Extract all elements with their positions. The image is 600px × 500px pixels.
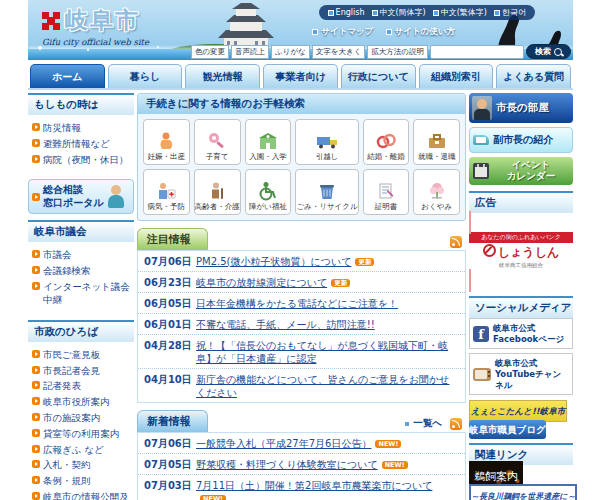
featured-item: 06月05日 日本年金機構をかたる電話などにご注意を！ [138, 293, 465, 314]
tab-living[interactable]: 暮らし [108, 64, 183, 88]
emergency-section-title: もしもの時は [28, 93, 134, 115]
arrow-bullet-icon [32, 397, 40, 405]
item-link[interactable]: 岐阜市の放射線測定について [196, 277, 327, 288]
news-item: 07月05日 野菜収穫・料理づくり体験教室についてNEW! [138, 454, 465, 475]
featured-item: 04月10日 新庁舎の機能などについて、皆さんのご意見をお聞かせください [138, 369, 465, 402]
language-bar: English 中文(簡体字) 中文(繁体字) 한국어 [319, 5, 535, 20]
tab-business[interactable]: 事業者向け [263, 64, 338, 88]
sidebar-link[interactable]: 市民ご意見板 [32, 349, 132, 362]
arrow-bullet-icon [32, 366, 40, 374]
site-header: 岐阜市 Gifu city official web site English … [28, 0, 573, 60]
new-badge: NEW! [382, 461, 408, 469]
tile-elderly-care[interactable]: 高齢者・介護 [194, 169, 241, 215]
tile-certificate[interactable]: 証明書 [363, 169, 410, 215]
quick-search-title: 手続きに関する情報のお手軽検索 [138, 94, 465, 114]
consultation-portal-banner[interactable]: 総合相談窓口ポータル [28, 179, 134, 214]
color-change-button[interactable]: 色の変更 [191, 45, 229, 59]
sitemap-link[interactable]: サイトマップ [312, 26, 373, 38]
lang-chinese-traditional[interactable]: 中文(繁体字) [433, 7, 487, 18]
item-link[interactable]: 野菜収穫・料理づくり体験教室について [196, 459, 378, 470]
quick-search-tiles: 妊娠・出産 子育て 入園・入学 引越し 結婚・離婚 [138, 114, 465, 220]
shoushin-bank-ad[interactable]: あなたの街のふれあいバンク しょうしん 岐阜商工信用組合 [469, 211, 573, 292]
arrow-bullet-icon [32, 155, 40, 163]
mayor-room-banner[interactable]: 市長の部屋 [469, 93, 573, 123]
sidebar-link[interactable]: 岐阜市役所案内 [32, 396, 132, 409]
tile-illness[interactable]: 病気・予防 [143, 169, 190, 215]
sidebar-link[interactable]: 広報ぎふ など [32, 444, 132, 457]
item-link[interactable]: 新庁舎の機能などについて、皆さんのご意見をお聞かせください [196, 374, 450, 398]
item-link[interactable]: 一般競争入札（平成27年7月6日公告） [196, 438, 371, 449]
main-column: 手続きに関する情報のお手軽検索 妊娠・出産 子育て 入園・入学 [137, 93, 466, 500]
item-link[interactable]: 7月11日（土）開催！第2回岐阜市農業楽市について [196, 480, 432, 491]
sidebar-link-item: 市の施設案内 [32, 412, 132, 425]
sidebar-link[interactable]: 記者発表 [32, 380, 132, 393]
wheelchair-icon [257, 181, 279, 201]
tile-disability[interactable]: 障がい福祉 [245, 169, 292, 215]
sidebar-link[interactable]: 貸室等の利用案内 [32, 428, 132, 441]
tile-pregnancy[interactable]: 妊娠・出産 [143, 119, 190, 165]
tile-recycle[interactable]: ごみ・リサイクル [295, 169, 358, 215]
sidebar-link[interactable]: 市議会 [32, 249, 132, 262]
tile-employment[interactable]: 就職・退職 [413, 119, 460, 165]
tile-marriage[interactable]: 結婚・離婚 [363, 119, 410, 165]
tab-administration[interactable]: 行政について [341, 64, 416, 88]
tab-org-index[interactable]: 組織別索引 [419, 64, 494, 88]
world-heritage-banner[interactable]: ～長良川鵜飼を世界遺産に～ [469, 484, 577, 500]
lang-korean[interactable]: 한국어 [494, 7, 526, 18]
tab-faq[interactable]: よくある質問 [496, 64, 571, 88]
item-link[interactable]: 不審な電話、手紙、メール、訪問注意!! [196, 319, 375, 330]
item-link[interactable]: 祝！【「信長公のおもてなし」が息づく戦国城下町・岐阜】が「日本遺産」に認定 [196, 340, 448, 364]
arrow-bullet-icon [32, 350, 40, 358]
featured-news-section: 注目情報 07月06日 PM2.5(微小粒子状物質）について更新 06 [137, 228, 466, 403]
sidebar-link[interactable]: 病院（夜間・休日） [32, 154, 132, 167]
tile-moving[interactable]: 引越し [295, 119, 358, 165]
search-button[interactable]: 検索 [526, 44, 571, 59]
sidebar-link[interactable]: 避難所情報など [32, 138, 132, 151]
rss-icon[interactable] [450, 236, 462, 248]
item-link[interactable]: PM2.5(微小粒子状物質）について [196, 256, 351, 267]
arrow-bullet-icon [32, 413, 40, 421]
staff-blog-banner[interactable]: 岐阜市職員ブログ [469, 420, 546, 439]
sidebar-link[interactable]: 市の施設案内 [32, 412, 132, 425]
city-hiroba-links: 市民ご意見板市長記者会見記者発表岐阜市役所案内市の施設案内貸室等の利用案内広報ぎ… [28, 342, 134, 500]
rss-icon[interactable] [450, 418, 462, 430]
furigana-button[interactable]: ふりがな [271, 45, 310, 59]
sidebar-link[interactable]: 入札・契約 [32, 459, 132, 472]
link-square-icon [433, 10, 439, 16]
tab-home[interactable]: ホーム [30, 64, 105, 88]
sidebar-link[interactable]: 防災情報 [32, 122, 132, 135]
news-list: 07月06日 一般競争入札（平成27年7月6日公告）NEW! 07月05日 野菜… [137, 432, 466, 500]
sidebar-link[interactable]: 条例・規則 [32, 475, 132, 488]
featured-section-title: 注目情報 [137, 228, 208, 250]
sidebar-link[interactable]: 岐阜市の情報公開及び個人情報保護 [32, 491, 132, 500]
tile-childcare[interactable]: 子育て [194, 119, 241, 165]
lang-english[interactable]: English [328, 8, 365, 17]
voice-readout-button[interactable]: 音声読上 [231, 45, 269, 59]
arrow-bullet-icon [32, 193, 40, 201]
eetoko-gifu-banner[interactable]: えぇとこたんと!!岐阜市 [469, 400, 567, 422]
site-logo[interactable]: 岐阜市 Gifu city official web site [42, 5, 149, 47]
tab-tourism[interactable]: 観光情報 [185, 64, 260, 88]
book-icon [473, 135, 489, 145]
sidebar-link[interactable]: 会議録検索 [32, 265, 132, 278]
facebook-banner[interactable]: f 岐阜市公式Facebookページ [469, 318, 573, 349]
event-calendar-banner[interactable]: イベントカレンダー [469, 157, 573, 185]
arrow-bullet-icon [32, 429, 40, 437]
enlarge-text-button[interactable]: 文字を大きく [312, 45, 366, 59]
news-list-link[interactable]: 一覧へ [404, 417, 442, 430]
site-guide-link[interactable]: サイトの使い方 [386, 26, 456, 38]
item-link[interactable]: 日本年金機構をかたる電話などにご注意を！ [196, 298, 398, 309]
certificate-icon [375, 181, 397, 201]
header-search-input[interactable] [430, 45, 524, 59]
sidebar-link[interactable]: 市長記者会見 [32, 365, 132, 378]
arrow-bullet-icon [32, 381, 40, 389]
sidebar-link[interactable]: インターネット議会中継 [32, 281, 132, 307]
arrow-bullet-icon [32, 492, 40, 500]
youtube-banner[interactable]: 岐阜市公式YouTubeチャンネル [469, 353, 573, 395]
ad-section-title: 広告 [469, 191, 573, 213]
lang-chinese-simplified[interactable]: 中文(簡体字) [372, 7, 426, 18]
tile-condolence[interactable]: おくやみ [413, 169, 460, 215]
zoom-help-button[interactable]: 拡大方法の説明 [367, 45, 428, 59]
tile-school[interactable]: 入園・入学 [245, 119, 292, 165]
vice-mayor-banner[interactable]: 副市長の紹介 [469, 127, 573, 153]
